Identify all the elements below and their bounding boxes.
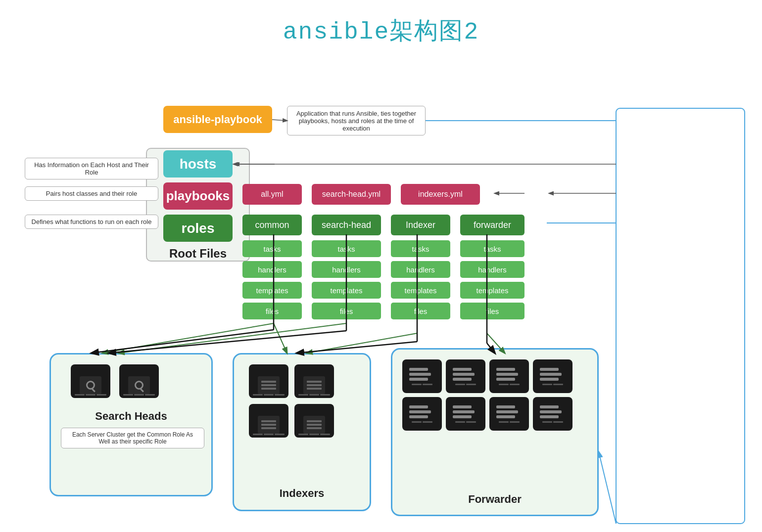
yml-searchhead: search-head.yml [312,184,391,205]
sh-files: files [312,303,381,319]
indexer-server-2 [294,364,334,398]
fwd-server-5 [402,397,442,431]
svg-line-6 [102,323,274,353]
cluster-note-box: Each Server Cluster get the Common Role … [61,428,204,448]
svg-line-21 [92,330,274,353]
svg-line-15 [109,331,346,353]
fwd-server-6 [446,397,485,431]
yml-indexers: indexers.yml [401,184,480,205]
yml-searchhead-label: search-head.yml [322,190,381,199]
idx-files: files [391,303,450,319]
common-templates: templates [242,282,302,299]
indexers-cluster: Indexers [233,353,371,511]
role-searchhead: search-head [312,215,381,235]
common-files: files [242,303,302,319]
indexer-server-1 [249,364,288,398]
yml-indexers-label: indexers.yml [418,190,463,199]
fwd-server-2 [446,359,485,393]
info3-text: Defines what functions to run on each ro… [32,218,152,225]
svg-line-24 [599,452,616,524]
hosts-box: hosts [163,150,233,177]
info-box-3: Defines what functions to run on each ro… [25,215,158,229]
playbook-label: ansible-playbook [173,113,262,126]
role-forwarder-label: forwarder [474,220,511,230]
yml-all-label: all.yml [261,190,283,199]
fwd-templates: templates [460,282,524,299]
svg-rect-2 [616,108,745,524]
forwarder-title: Forwarder [392,493,597,506]
forwarder-cluster: Forwarder [391,348,599,516]
role-searchhead-label: search-head [322,220,371,230]
role-common: common [242,215,302,235]
indexer-server-3 [249,404,288,438]
info-box-1: Has Information on Each Host and Their R… [25,158,158,179]
svg-line-8 [119,323,346,353]
fwd-server-3 [489,359,529,393]
indexers-title: Indexers [234,487,370,500]
search-heads-cluster: Search Heads Each Server Cluster get the… [49,353,213,496]
roles-label: roles [182,221,215,236]
idx-templates: templates [391,282,450,299]
info2-text: Pairs host classes and their role [46,190,137,197]
sh-templates: templates [312,282,381,299]
fwd-server-4 [533,359,572,393]
playbook-box: ansible-playbook [163,106,272,133]
common-tasks: tasks [242,240,302,257]
indexer-server-4 [294,404,334,438]
desc-box: Application that runs Ansible, ties toge… [287,106,426,135]
yml-all: all.yml [242,184,302,205]
fwd-files: files [460,303,524,319]
role-forwarder: forwarder [460,215,524,235]
fwd-server-8 [533,397,572,431]
cluster-note: Each Server Cluster get the Common Role … [72,431,193,445]
desc-text: Application that runs Ansible, ties toge… [290,110,422,132]
role-indexer: Indexer [391,215,450,235]
sh-handlers: handlers [312,261,381,278]
playbooks-box: playbooks [163,182,233,210]
idx-handlers: handlers [391,261,450,278]
search-head-server-1 [71,364,110,398]
idx-tasks: tasks [391,240,450,257]
info1-text: Has Information on Each Host and Their R… [34,161,149,176]
fwd-tasks: tasks [460,240,524,257]
root-files-label: Root Files [151,247,245,261]
playbooks-label: playbooks [166,188,230,204]
fwd-server-1 [402,359,442,393]
roles-box: roles [163,215,233,242]
search-heads-title: Search Heads [51,410,211,423]
hosts-label: hosts [180,156,217,172]
sh-tasks: tasks [312,240,381,257]
search-head-server-2 [119,364,159,398]
svg-line-9 [274,323,287,353]
svg-line-0 [272,120,287,121]
page-title: ansible架构图2 [0,0,762,56]
fwd-server-7 [489,397,529,431]
common-handlers: handlers [242,261,302,278]
fwd-handlers: handlers [460,261,524,278]
role-common-label: common [255,220,289,230]
info-box-2: Pairs host classes and their role [25,186,158,201]
role-indexer-label: Indexer [406,220,435,230]
